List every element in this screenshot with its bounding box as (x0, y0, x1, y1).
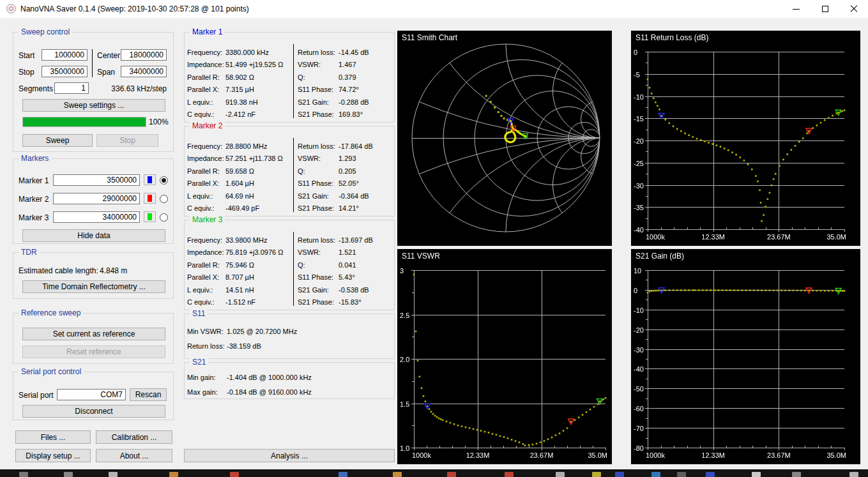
s21-gain-chart-canvas[interactable] (631, 249, 860, 464)
files-button[interactable]: Files ... (15, 430, 91, 444)
data-row: L equiv.:919.38 nH (187, 96, 291, 109)
data-row-label: Impedance: (187, 59, 224, 71)
segments-input[interactable]: 1 (54, 82, 89, 94)
return-loss-chart-canvas[interactable] (631, 31, 860, 246)
marker1-label: Marker 1 (19, 175, 49, 186)
sweep-settings-button[interactable]: Sweep settings ... (22, 99, 165, 112)
s21-gain-chart-panel[interactable]: S21 Gain (dB) (631, 249, 860, 464)
data-row: S21 Gain:-0.288 dB (298, 96, 392, 109)
close-button[interactable] (839, 0, 868, 18)
marker3-column-divider (293, 232, 294, 306)
taskbar-icon-17[interactable] (792, 472, 801, 477)
minimize-button[interactable] (782, 0, 811, 18)
data-row: VSWR:1.521 (298, 246, 392, 259)
taskbar-icon-7[interactable] (393, 472, 402, 477)
reset-reference-button[interactable]: Reset reference (22, 345, 165, 358)
center-input[interactable]: 18000000 (121, 49, 167, 61)
taskbar-icon-5[interactable] (230, 472, 239, 477)
taskbar-icon-3[interactable] (109, 472, 118, 477)
data-row-label: Min gain: (187, 370, 216, 385)
marker1-color-swatch[interactable] (144, 174, 156, 185)
tdr-button[interactable]: Time Domain Reflectometry ... (22, 280, 165, 293)
display-setup-button[interactable]: Display setup ... (15, 449, 91, 462)
stop-input[interactable]: 35000000 (42, 66, 88, 77)
marker3-color (148, 213, 152, 220)
data-row: S11 Phase:5.43° (298, 271, 392, 284)
data-row-label: Impedance: (187, 246, 224, 259)
data-row-value: 1.521 (339, 246, 356, 259)
vswr-chart-panel[interactable]: S11 VSWR (397, 249, 612, 464)
taskbar[interactable] (0, 469, 868, 477)
return-loss-chart-title: S11 Return Loss (dB) (636, 33, 709, 42)
data-row-value: 58.902 Ω (225, 72, 254, 84)
taskbar-icon-16[interactable] (752, 472, 761, 477)
rescan-button[interactable]: Rescan (130, 388, 167, 401)
data-row-value: 8.707 µH (225, 271, 254, 284)
data-row-value: 169.83° (339, 109, 363, 121)
smith-chart-canvas[interactable] (397, 31, 612, 246)
data-row: Q:0.379 (298, 72, 392, 84)
sweep-divider (92, 49, 93, 77)
data-row: L equiv.:64.69 nH (187, 190, 291, 202)
disconnect-button[interactable]: Disconnect (22, 405, 165, 418)
data-row-label: Min VSWR: (187, 324, 224, 339)
data-row-label: Parallel X: (187, 271, 219, 284)
data-row: S11 Phase:74.72° (298, 84, 392, 96)
reference-sweep-title: Reference sweep (19, 308, 83, 318)
marker2-right-column: Return loss:-17.864 dBVSWR:1.293Q:0.205S… (298, 140, 392, 215)
data-row-value: -15.83° (339, 296, 362, 308)
data-row-value: -0.538 dB (339, 284, 369, 296)
sweep-progress-fill (23, 117, 146, 126)
data-row: VSWR:1.467 (298, 59, 392, 71)
marker2-color (148, 195, 152, 202)
hide-data-button[interactable]: Hide data (22, 229, 165, 242)
taskbar-icon-2[interactable] (64, 472, 73, 477)
taskbar-icon-14[interactable] (677, 472, 686, 477)
data-row-value: 1.604 µH (225, 178, 254, 190)
marker3-frequency-input[interactable]: 34000000 (53, 211, 140, 223)
marker1-data-title: Marker 1 (190, 27, 225, 37)
marker1-radio[interactable] (160, 176, 168, 185)
cable-length-label: Estimated cable length: (19, 265, 98, 276)
data-row: C equiv.:-2.412 nF (187, 109, 291, 121)
vswr-chart-canvas[interactable] (397, 249, 612, 464)
taskbar-icon-18[interactable] (849, 472, 858, 477)
about-button[interactable]: About ... (96, 449, 172, 462)
maximize-button[interactable] (811, 0, 839, 18)
serial-port-input[interactable]: COM7 (57, 389, 126, 400)
span-input[interactable]: 34000000 (121, 66, 167, 77)
marker2-frequency-input[interactable]: 29000000 (53, 193, 140, 204)
data-row-label: Q: (298, 259, 305, 271)
data-row-label: S11 Phase: (298, 271, 333, 284)
taskbar-icon-6[interactable] (339, 472, 347, 477)
calibration-button[interactable]: Calibration ... (96, 430, 172, 444)
taskbar-icon-4[interactable] (169, 472, 178, 477)
marker1-frequency-input[interactable]: 3500000 (53, 174, 140, 186)
data-row-label: C equiv.: (187, 109, 215, 121)
taskbar-icon-1[interactable] (19, 472, 28, 477)
data-row: Frequency:33.9800 MHz (187, 234, 291, 246)
data-row: Frequency:28.8800 MHz (187, 140, 291, 153)
taskbar-icon-13[interactable] (651, 472, 660, 477)
data-row-value: -13.697 dB (339, 234, 373, 246)
sweep-button[interactable]: Sweep (22, 134, 93, 147)
marker3-radio[interactable] (160, 213, 168, 222)
taskbar-icon-9[interactable] (505, 472, 514, 477)
taskbar-icon-11[interactable] (592, 472, 601, 477)
data-row: L equiv.:14.51 nH (187, 284, 291, 296)
data-row-value: -469.49 pF (225, 202, 259, 215)
taskbar-icon-8[interactable] (447, 472, 456, 477)
start-input[interactable]: 1000000 (42, 49, 88, 61)
marker2-radio[interactable] (160, 195, 168, 203)
taskbar-icon-10[interactable] (556, 472, 565, 477)
smith-chart-panel[interactable]: S11 Smith Chart (397, 31, 612, 246)
marker3-color-swatch[interactable] (144, 211, 156, 222)
analysis-button[interactable]: Analysis ... (184, 449, 395, 462)
set-reference-button[interactable]: Set current as reference (22, 328, 165, 340)
return-loss-chart-panel[interactable]: S11 Return Loss (dB) (631, 31, 860, 246)
taskbar-icon-12[interactable] (615, 472, 624, 477)
data-row-label: S11 Phase: (298, 178, 333, 190)
stop-button[interactable]: Stop (96, 134, 158, 147)
marker2-color-swatch[interactable] (144, 193, 156, 204)
taskbar-icon-15[interactable] (706, 472, 715, 477)
